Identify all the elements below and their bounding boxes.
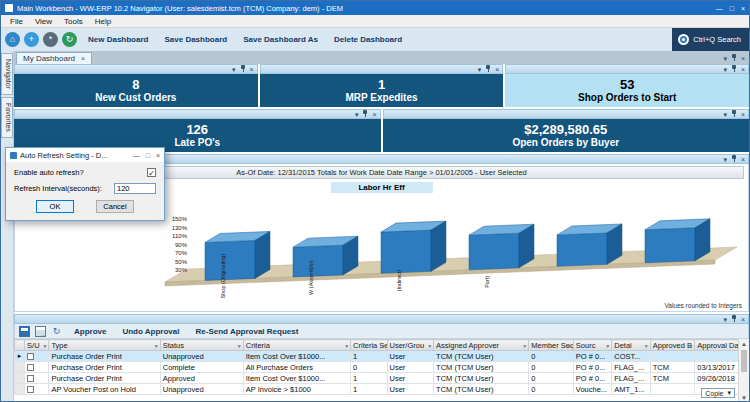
approvals-button-re-send-approval-request[interactable]: Re-Send Approval Request	[189, 327, 306, 336]
menu-tools[interactable]: Tools	[58, 17, 89, 26]
panel-close-icon[interactable]: ×	[741, 156, 745, 163]
row-marker[interactable]	[15, 362, 25, 373]
collapse-caret-icon[interactable]: ▾	[723, 55, 727, 62]
col-sourc[interactable]: Sourc▼	[573, 340, 611, 351]
tab-close-icon[interactable]: ×	[81, 55, 85, 62]
scroll-down-icon[interactable]: ▼	[739, 393, 749, 402]
col-criteria-seq[interactable]: Criteria Seq▼	[351, 340, 387, 351]
minimize-button[interactable]: —	[716, 5, 723, 12]
col-status[interactable]: Status▼	[160, 340, 243, 351]
panel-close-icon[interactable]: ×	[741, 316, 745, 323]
pin-icon[interactable]	[362, 110, 368, 118]
filter-icon[interactable]: ▼	[381, 343, 386, 349]
grid-scrollbar[interactable]: ▲ ▼	[738, 339, 749, 402]
toolbar-button-save-dashboard[interactable]: Save Dashboard	[157, 35, 234, 44]
col-detai[interactable]: Detai▼	[612, 340, 650, 351]
add-icon[interactable]: +	[24, 32, 39, 47]
scroll-thumb[interactable]	[741, 350, 747, 372]
collapse-caret-icon[interactable]: ▾	[355, 111, 359, 118]
table-row[interactable]: AP Voucher Post on HoldUnapprovedAP Invo…	[15, 384, 746, 395]
menu-view[interactable]: View	[29, 17, 58, 26]
row-marker[interactable]: ▸	[15, 351, 25, 362]
collapse-caret-icon[interactable]: ▾	[723, 156, 727, 163]
col-approved-b[interactable]: Approved B▼	[650, 340, 695, 351]
close-button[interactable]: ×	[741, 5, 745, 12]
save-icon[interactable]	[19, 326, 30, 337]
export-grid-icon[interactable]	[35, 326, 46, 337]
cell-select[interactable]	[25, 384, 49, 395]
filter-icon[interactable]: ▼	[344, 343, 349, 349]
menu-help[interactable]: Help	[89, 17, 117, 26]
table-row[interactable]: Purchase Order PrintCompleteAll Purchase…	[15, 362, 746, 373]
sidebar-tab-favorites[interactable]: Favorites	[1, 97, 13, 138]
col-criteria[interactable]: Criteria▼	[243, 340, 350, 351]
row-marker[interactable]	[15, 373, 25, 384]
row-checkbox[interactable]	[27, 375, 34, 382]
copy-dropdown[interactable]: Copie ▾	[701, 388, 735, 398]
approvals-button-undo-approval[interactable]: Undo Approval	[115, 327, 186, 336]
panel-close-icon[interactable]: ×	[372, 111, 376, 118]
pin-icon[interactable]	[731, 65, 737, 73]
table-row[interactable]: Purchase Order PrintApprovedItem Cost Ov…	[15, 373, 746, 384]
tile-body-open-orders-by-buyer[interactable]: $2,289,580.65Open Orders by Buyer	[383, 119, 750, 152]
col-type[interactable]: Type▼	[49, 340, 160, 351]
col-member-seq[interactable]: Member Seq▼	[529, 340, 574, 351]
enable-auto-refresh-checkbox[interactable]: ✓	[147, 168, 156, 177]
pin-icon[interactable]	[731, 315, 737, 323]
approvals-button-approve[interactable]: Approve	[67, 327, 113, 336]
row-checkbox[interactable]	[27, 386, 34, 393]
refresh-interval-input[interactable]	[114, 183, 156, 194]
panel-close-icon[interactable]: ×	[250, 66, 254, 73]
filter-icon[interactable]: ▼	[522, 343, 527, 349]
pin-icon[interactable]	[731, 54, 737, 62]
row-marker[interactable]	[15, 384, 25, 395]
toolbar-button-new-dashboard[interactable]: New Dashboard	[81, 35, 155, 44]
tile-body-mrp-expedites[interactable]: 1MRP Expedites	[260, 74, 504, 107]
menu-file[interactable]: File	[4, 17, 29, 26]
pin-icon[interactable]	[731, 155, 737, 163]
panel-close-icon[interactable]: ×	[741, 55, 745, 62]
panel-close-icon[interactable]: ×	[741, 111, 745, 118]
filter-icon[interactable]: ▼	[42, 343, 47, 349]
collapse-caret-icon[interactable]: ▾	[232, 66, 236, 73]
filter-icon[interactable]: ▼	[567, 343, 572, 349]
dialog-minimize-icon[interactable]: —	[133, 152, 140, 159]
filter-icon[interactable]: ▼	[154, 343, 159, 349]
maximize-button[interactable]: □	[730, 5, 734, 12]
cell-select[interactable]	[25, 362, 49, 373]
cell-select[interactable]	[25, 351, 49, 362]
table-row[interactable]: ▸Purchase Order PrintUnapprovedItem Cost…	[15, 351, 746, 362]
cancel-button[interactable]: Cancel	[96, 200, 134, 213]
home-icon[interactable]: ⌂	[5, 32, 20, 47]
settings-gear-icon[interactable]: *	[43, 32, 58, 47]
pin-icon[interactable]	[731, 110, 737, 118]
tile-body-shop-orders-to-start[interactable]: 53Shop Orders to Start	[505, 74, 749, 107]
quick-search[interactable]: Ctrl+Q Search	[672, 28, 749, 51]
tile-body-new-cust-orders[interactable]: 8New Cust Orders	[14, 74, 258, 107]
filter-icon[interactable]: ▼	[427, 343, 432, 349]
col-user-grou[interactable]: User/Grou▼	[387, 340, 434, 351]
collapse-caret-icon[interactable]: ▾	[723, 66, 727, 73]
filter-icon[interactable]: ▼	[644, 343, 649, 349]
pin-icon[interactable]	[240, 65, 246, 73]
panel-close-icon[interactable]: ×	[741, 66, 745, 73]
row-checkbox[interactable]	[27, 353, 34, 360]
toolbar-button-save-dashboard-as[interactable]: Save Dashboard As	[236, 35, 325, 44]
cell-select[interactable]	[25, 373, 49, 384]
refresh-icon[interactable]: ↻	[62, 32, 77, 47]
scroll-up-icon[interactable]: ▲	[739, 339, 749, 349]
row-checkbox[interactable]	[27, 364, 34, 371]
filter-icon[interactable]: ▼	[237, 343, 242, 349]
pin-icon[interactable]	[485, 65, 491, 73]
dialog-maximize-icon[interactable]: □	[146, 152, 150, 159]
tab-my-dashboard[interactable]: My Dashboard ×	[16, 52, 92, 64]
toolbar-button-delete-dashboard[interactable]: Delete Dashboard	[327, 35, 409, 44]
filter-icon[interactable]: ▼	[605, 343, 610, 349]
refresh-grid-icon[interactable]: ↻	[51, 326, 62, 337]
filter-icon[interactable]: ▼	[688, 343, 693, 349]
col-assigned-approver[interactable]: Assigned Approver▼	[434, 340, 529, 351]
panel-close-icon[interactable]: ×	[495, 66, 499, 73]
dialog-close-icon[interactable]: ×	[156, 152, 160, 159]
col-s-u[interactable]: S/U▼	[25, 340, 49, 351]
collapse-caret-icon[interactable]: ▾	[723, 316, 727, 323]
